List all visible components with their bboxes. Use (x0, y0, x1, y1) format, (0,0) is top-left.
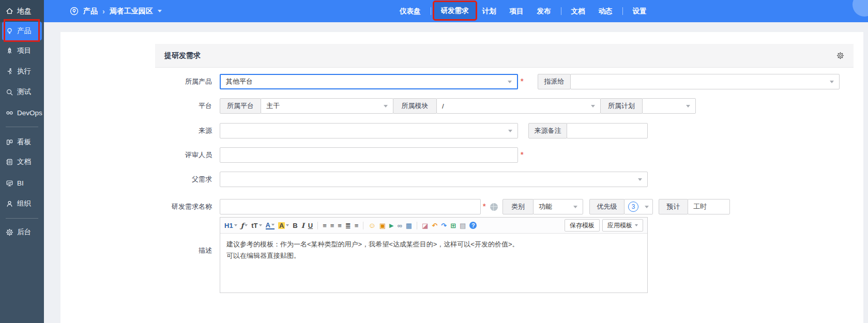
platform-select[interactable]: 主干 (261, 98, 393, 114)
remove-format-icon[interactable]: ◪ (422, 222, 428, 229)
sidebar-item-home[interactable]: 地盘 (0, 0, 44, 22)
sidebar-item-qa[interactable]: 测试 (2, 83, 42, 101)
category-select[interactable]: 功能 (533, 199, 583, 214)
sidebar-item-admin[interactable]: 后台 (2, 223, 42, 241)
highlight-color-dropdown-icon[interactable]: A (278, 222, 289, 229)
lightbulb-icon (6, 27, 13, 35)
font-family-dropdown-icon[interactable]: ƒ (241, 222, 248, 229)
editor-content-line: 建议参考的模板：作为一名<某种类型的用户>，我希望<达成某些目的>，这样可以<开… (226, 239, 641, 250)
source-note-input[interactable] (567, 123, 648, 139)
bold-icon[interactable]: B (293, 222, 297, 229)
infinity-icon (6, 109, 13, 117)
breadcrumb-chevron-down-icon[interactable] (158, 10, 162, 12)
tab-story[interactable]: 研发需求 (434, 2, 476, 19)
undo-icon[interactable]: ↶ (432, 222, 437, 229)
parent-story-select[interactable] (220, 172, 648, 187)
editor-content[interactable]: 建议参考的模板：作为一名<某种类型的用户>，我希望<达成某些目的>，这样可以<开… (220, 234, 647, 267)
chevron-down-icon (645, 206, 649, 208)
tab-settings[interactable]: 设置 (626, 0, 653, 22)
font-size-dropdown-icon[interactable]: tT (251, 222, 262, 229)
ordered-list-icon[interactable]: ≣ (345, 222, 351, 229)
insert-link-icon[interactable]: ∞ (398, 222, 402, 229)
chevron-down-icon (508, 130, 512, 132)
tab-project[interactable]: 项目 (503, 0, 530, 22)
insert-media-icon[interactable]: ▶ (389, 223, 393, 228)
chevron-down-icon (384, 105, 388, 107)
template-buttons: 保存模板 应用模板 (565, 219, 643, 232)
estimate-input[interactable]: 工时 (688, 199, 730, 214)
required-asterisk: * (483, 202, 485, 210)
product-select[interactable]: 其他平台 (220, 74, 518, 89)
editor-toolbar: H1 ƒ tT A A B I U ≡ ≡ ≡ ≣ ≡ ☺ ▣ ▶ ∞ ▦ ◪ … (220, 218, 647, 234)
sidebar-item-project[interactable]: 项目 (2, 41, 42, 60)
align-right-icon[interactable]: ≡ (338, 222, 342, 229)
sidebar-item-kanban[interactable]: 看板 (2, 133, 42, 151)
sidebar-item-bi[interactable]: BI (2, 174, 42, 192)
tab-dynamic[interactable]: 动态 (592, 0, 619, 22)
priority-addon: 优先级 (589, 199, 625, 214)
toolbar-divider (363, 222, 363, 229)
italic-icon[interactable]: I (301, 222, 304, 229)
text-color-dropdown-icon[interactable]: A (266, 222, 275, 229)
breadcrumb-current-product[interactable]: 焉者工业园区 (110, 7, 153, 16)
toolbar-divider (417, 222, 417, 229)
insert-image-icon[interactable]: ▣ (379, 222, 386, 229)
sidebar-item-label: 地盘 (17, 7, 32, 16)
tab-doc[interactable]: 文档 (565, 0, 592, 22)
paste-text-icon[interactable]: ▤ (460, 222, 466, 229)
emoticon-icon[interactable]: ☺ (368, 222, 375, 229)
unordered-list-icon[interactable]: ≡ (355, 222, 359, 229)
product-label: 所属产品 (114, 74, 212, 89)
sidebar-item-label: DevOps (17, 109, 42, 117)
help-icon[interactable]: ? (469, 222, 477, 229)
runner-icon (6, 68, 13, 75)
reviewer-input[interactable] (220, 147, 518, 163)
module-select[interactable]: / (436, 98, 601, 114)
underline-icon[interactable]: U (308, 222, 313, 229)
menu-divider (561, 7, 561, 15)
sidebar-item-product[interactable]: 产品 (2, 22, 42, 40)
insert-table-icon[interactable]: ▦ (406, 222, 412, 229)
sidebar-item-doc[interactable]: 文档 (2, 152, 42, 171)
gear-icon (6, 228, 13, 236)
document-icon (6, 158, 13, 166)
assigned-to-input[interactable] (570, 74, 840, 89)
sidebar-item-devops[interactable]: DevOps (2, 103, 42, 122)
description-editor: H1 ƒ tT A A B I U ≡ ≡ ≡ ≣ ≡ ☺ ▣ ▶ ∞ ▦ ◪ … (220, 217, 648, 293)
menu-divider (431, 7, 431, 15)
plan-select[interactable] (642, 98, 696, 114)
sidebar-item-organization[interactable]: 组织 (2, 194, 42, 213)
toolbar-divider (317, 222, 318, 229)
required-asterisk: * (521, 150, 523, 159)
kanban-icon (6, 139, 13, 146)
required-asterisk: * (521, 77, 523, 85)
heading-dropdown-icon[interactable]: H1 (224, 222, 237, 229)
paste-table-icon[interactable]: ⊞ (450, 222, 456, 229)
apply-template-button[interactable]: 应用模板 (602, 219, 643, 232)
tab-release[interactable]: 发布 (530, 0, 558, 22)
source-select[interactable] (220, 123, 518, 139)
avatar[interactable] (852, 0, 868, 17)
magnifier-icon (6, 88, 13, 96)
align-center-icon[interactable]: ≡ (330, 222, 334, 229)
monitor-chart-icon (6, 179, 13, 187)
chevron-down-icon (508, 81, 512, 83)
redo-icon[interactable]: ↷ (441, 222, 447, 229)
priority-select[interactable]: 3 (624, 199, 653, 214)
tab-dashboard[interactable]: 仪表盘 (393, 0, 428, 22)
align-left-icon[interactable]: ≡ (323, 222, 327, 229)
story-name-input[interactable] (220, 199, 481, 214)
form-title: 提研发需求 (164, 51, 201, 60)
tab-plan[interactable]: 计划 (476, 0, 503, 22)
sidebar: 地盘 产品 项目 执行 测试 DevOps 看板 (0, 0, 44, 323)
sidebar-divider (6, 127, 38, 127)
chevron-down-icon (573, 206, 577, 208)
sidebar-item-execution[interactable]: 执行 (2, 62, 42, 81)
save-template-button[interactable]: 保存模板 (565, 219, 600, 232)
sidebar-item-label: 组织 (17, 199, 31, 208)
assigned-to-addon: 指派给 (538, 74, 571, 89)
chevron-down-icon (830, 81, 834, 83)
description-label: 描述 (114, 243, 212, 258)
form-settings-gear-icon[interactable] (836, 52, 844, 59)
breadcrumb-section[interactable]: 产品 (83, 7, 98, 16)
